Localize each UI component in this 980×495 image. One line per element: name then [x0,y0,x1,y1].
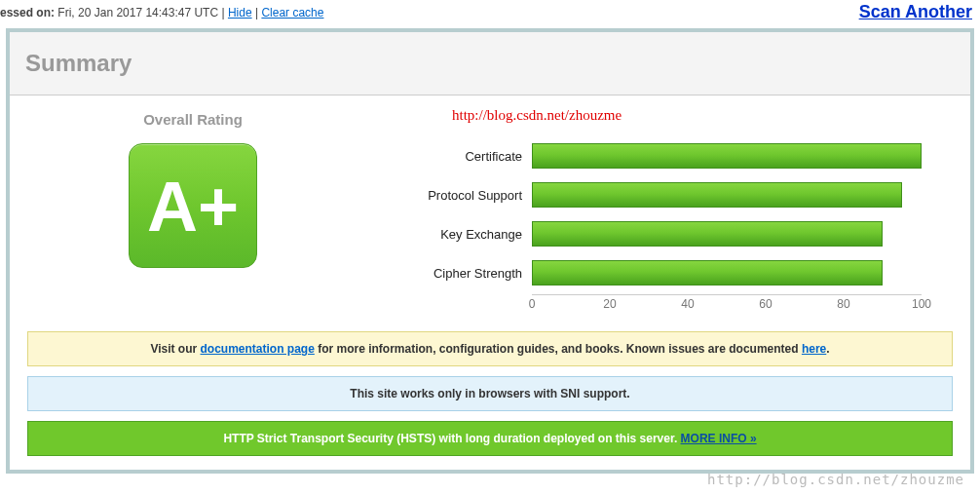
known-issues-link[interactable]: here [802,342,826,356]
chart-label: Certificate [392,149,532,164]
chart-tick: 80 [837,297,849,311]
scan-another-link[interactable]: Scan Another [859,2,972,22]
clear-cache-link[interactable]: Clear cache [261,6,323,19]
chart-bar [532,221,883,247]
notice-documentation: Visit our documentation page for more in… [27,331,953,366]
rating-title: Overall Rating [27,111,358,128]
chart-bar [532,260,883,286]
chart-bar [532,182,902,208]
chart-row: Protocol Support [392,175,953,214]
grade-badge: A+ [129,143,257,268]
chart-track [532,260,922,286]
chart-track [532,182,922,208]
chart-label: Cipher Strength [392,266,532,281]
page-watermark: http://blog.csdn.net/zhouzme [707,472,964,474]
hide-link[interactable]: Hide [228,6,252,19]
chart-row: Key Exchange [392,214,953,253]
hsts-more-info-link[interactable]: MORE INFO » [681,432,757,445]
chart-tick: 40 [681,297,694,311]
chart-label: Key Exchange [392,227,532,242]
chart-label: Protocol Support [392,188,532,203]
assessed-label: essed on: [0,6,55,19]
panel-title: Summary [10,32,970,95]
summary-panel: Summary Overall Rating A+ http://blog.cs… [6,28,974,474]
chart-tick: 20 [603,297,616,311]
overall-rating-block: Overall Rating A+ [27,107,358,268]
assessed-on-line: essed on: Fri, 20 Jan 2017 14:43:47 UTC … [0,6,323,19]
chart-row: Cipher Strength [392,253,953,292]
chart-track [532,221,922,247]
chart-tick: 60 [759,297,772,311]
assessed-value: Fri, 20 Jan 2017 14:43:47 UTC [57,6,218,19]
documentation-link[interactable]: documentation page [201,342,315,356]
notice-sni: This site works only in browsers with SN… [27,376,953,411]
watermark-text: http://blog.csdn.net/zhouzme [452,107,622,124]
chart-tick: 0 [529,297,536,311]
chart-row: Certificate [392,136,953,175]
notice-hsts: HTTP Strict Transport Security (HSTS) wi… [27,421,953,456]
chart-track [532,143,922,169]
chart-bar [532,143,922,169]
chart-tick: 100 [912,297,931,311]
ratings-chart: http://blog.csdn.net/zhouzme Certificate… [392,107,953,312]
